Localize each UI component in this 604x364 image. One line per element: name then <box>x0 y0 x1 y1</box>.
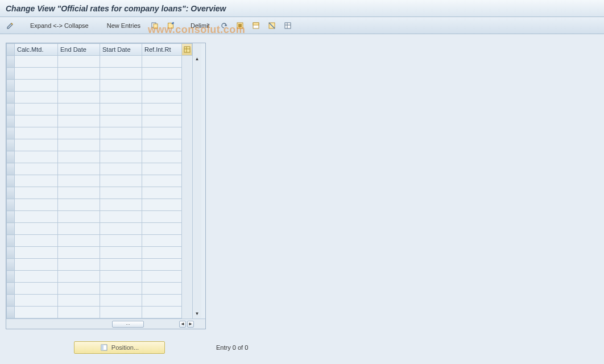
table-cell[interactable] <box>15 151 58 163</box>
table-cell[interactable] <box>15 139 58 151</box>
table-cell[interactable] <box>58 247 100 259</box>
deselect-all-icon[interactable] <box>265 20 279 31</box>
table-cell[interactable] <box>15 175 58 187</box>
table-cell[interactable] <box>15 104 58 115</box>
scroll-up-icon[interactable]: ▲ <box>194 56 201 63</box>
table-cell[interactable] <box>15 68 58 80</box>
table-cell[interactable] <box>142 247 182 259</box>
table-row[interactable] <box>7 68 192 80</box>
table-cell[interactable] <box>58 80 100 92</box>
table-cell[interactable] <box>142 199 182 211</box>
table-cell[interactable] <box>142 104 182 115</box>
table-cell[interactable] <box>142 163 182 175</box>
row-handle[interactable] <box>7 223 15 235</box>
col-ref-int-rt[interactable]: Ref.Int.Rt <box>142 44 182 56</box>
table-row[interactable] <box>7 235 192 247</box>
horizontal-scrollbar[interactable]: ··· ◄ ► <box>6 318 205 329</box>
table-cell[interactable] <box>15 92 58 104</box>
table-cell[interactable] <box>58 127 100 139</box>
table-cell[interactable] <box>15 187 58 199</box>
col-start-date[interactable]: Start Date <box>100 44 142 56</box>
row-handle[interactable] <box>7 259 15 271</box>
expand-collapse-button[interactable]: Expand <-> Collapse <box>25 20 94 31</box>
table-cell[interactable] <box>58 271 100 283</box>
table-row[interactable] <box>7 211 192 223</box>
table-cell[interactable] <box>15 259 58 271</box>
table-cell[interactable] <box>58 68 100 80</box>
hscroll-thumb[interactable]: ··· <box>112 321 144 328</box>
table-cell[interactable] <box>15 115 58 127</box>
table-row[interactable] <box>7 295 192 307</box>
select-block-icon[interactable] <box>249 20 263 31</box>
table-row[interactable] <box>7 104 192 115</box>
table-cell[interactable] <box>100 211 142 223</box>
table-row[interactable] <box>7 80 192 92</box>
table-cell[interactable] <box>100 127 142 139</box>
table-row[interactable] <box>7 223 192 235</box>
table-cell[interactable] <box>58 199 100 211</box>
table-cell[interactable] <box>58 187 100 199</box>
table-row[interactable] <box>7 259 192 271</box>
table-cell[interactable] <box>58 283 100 295</box>
table-cell[interactable] <box>142 283 182 295</box>
row-handle[interactable] <box>7 175 15 187</box>
col-calc-mtd[interactable]: Calc.Mtd. <box>15 44 58 56</box>
table-cell[interactable] <box>58 223 100 235</box>
configure-columns-icon[interactable] <box>182 44 192 56</box>
row-handle[interactable] <box>7 307 15 318</box>
table-cell[interactable] <box>100 283 142 295</box>
vertical-scrollbar[interactable]: ▲ ▼ <box>192 43 201 318</box>
row-handle[interactable] <box>7 92 15 104</box>
table-row[interactable] <box>7 92 192 104</box>
table-cell[interactable] <box>142 56 182 68</box>
table-row[interactable] <box>7 151 192 163</box>
row-handle[interactable] <box>7 127 15 139</box>
table-cell[interactable] <box>100 56 142 68</box>
table-row[interactable] <box>7 175 192 187</box>
table-row[interactable] <box>7 307 192 318</box>
table-cell[interactable] <box>100 151 142 163</box>
select-all-icon[interactable] <box>233 20 247 31</box>
table-cell[interactable] <box>58 307 100 318</box>
table-cell[interactable] <box>142 211 182 223</box>
table-cell[interactable] <box>100 295 142 307</box>
row-handle[interactable] <box>7 68 15 80</box>
row-handle[interactable] <box>7 139 15 151</box>
table-cell[interactable] <box>100 104 142 115</box>
position-button[interactable]: Position... <box>74 341 165 354</box>
table-cell[interactable] <box>100 247 142 259</box>
table-cell[interactable] <box>58 211 100 223</box>
table-cell[interactable] <box>15 235 58 247</box>
table-cell[interactable] <box>100 92 142 104</box>
row-handle[interactable] <box>7 163 15 175</box>
table-cell[interactable] <box>142 80 182 92</box>
table-cell[interactable] <box>15 56 58 68</box>
table-cell[interactable] <box>100 139 142 151</box>
row-handle[interactable] <box>7 235 15 247</box>
row-handle[interactable] <box>7 283 15 295</box>
table-cell[interactable] <box>100 68 142 80</box>
table-row[interactable] <box>7 56 192 68</box>
table-row[interactable] <box>7 115 192 127</box>
table-row[interactable] <box>7 187 192 199</box>
table-cell[interactable] <box>58 104 100 115</box>
delimit-button[interactable]: Delimit <box>185 20 215 31</box>
scroll-left-icon[interactable]: ◄ <box>179 321 186 328</box>
table-cell[interactable] <box>142 151 182 163</box>
table-cell[interactable] <box>58 92 100 104</box>
table-cell[interactable] <box>58 259 100 271</box>
scroll-right-icon[interactable]: ► <box>187 321 194 328</box>
col-end-date[interactable]: End Date <box>58 44 100 56</box>
table-cell[interactable] <box>142 92 182 104</box>
table-cell[interactable] <box>15 307 58 318</box>
table-cell[interactable] <box>142 259 182 271</box>
table-cell[interactable] <box>100 259 142 271</box>
table-cell[interactable] <box>100 235 142 247</box>
table-cell[interactable] <box>15 211 58 223</box>
table-cell[interactable] <box>100 271 142 283</box>
scroll-down-icon[interactable]: ▼ <box>194 311 201 317</box>
rates-table[interactable]: Calc.Mtd. End Date Start Date Ref.Int.Rt <box>6 43 192 318</box>
table-cell[interactable] <box>100 80 142 92</box>
table-cell[interactable] <box>15 127 58 139</box>
table-cell[interactable] <box>100 163 142 175</box>
